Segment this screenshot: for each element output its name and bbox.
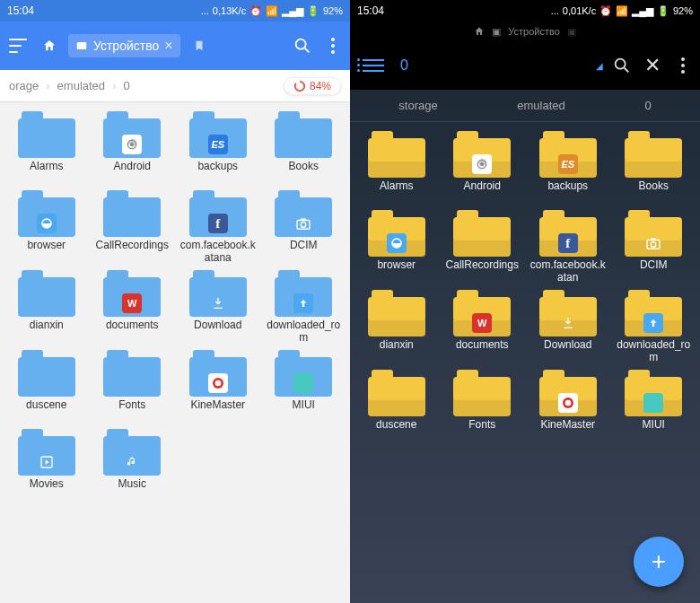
search-icon[interactable] xyxy=(291,34,314,57)
folder-item[interactable]: ESbackups xyxy=(177,111,259,185)
gear-icon xyxy=(122,135,142,154)
folder-label: browser xyxy=(377,258,416,284)
svg-rect-9 xyxy=(301,218,306,221)
crumb-emulated[interactable]: emulated xyxy=(517,99,564,112)
folder-item[interactable]: fcom.facebook.katan xyxy=(527,210,609,284)
up-icon xyxy=(293,293,313,313)
folder-item[interactable]: downloaded_rom xyxy=(263,270,346,345)
list-view-icon[interactable] xyxy=(363,59,384,72)
folder-item[interactable]: Music xyxy=(92,429,174,502)
folder-item[interactable]: KineMaster xyxy=(177,350,259,424)
folder-item[interactable]: MIUI xyxy=(263,350,346,424)
svg-point-3 xyxy=(295,81,305,91)
folder-item[interactable]: dianxin xyxy=(5,270,88,345)
overflow-icon[interactable] xyxy=(671,54,695,77)
menu-icon[interactable] xyxy=(5,33,31,58)
folder-label: Download xyxy=(194,319,241,344)
folder-label: Android xyxy=(464,179,501,205)
tab-label: Устройство xyxy=(93,39,159,53)
crumb-emulated[interactable]: emulated xyxy=(57,79,105,92)
folder-item[interactable]: duscene xyxy=(355,370,438,443)
folder-item[interactable]: browser xyxy=(355,210,438,284)
status-bar: 15:04 ... 0,01K/c ⏰📶▂▄▆ 🔋 92% xyxy=(350,0,700,22)
miui-icon xyxy=(293,373,313,393)
folder-item[interactable]: dianxin xyxy=(355,290,438,364)
folder-label: Download xyxy=(544,338,591,363)
dropdown-icon[interactable]: ◢ xyxy=(596,61,603,71)
folder-label: DCIM xyxy=(640,258,668,284)
folder-item[interactable]: fcom.facebook.katana xyxy=(177,190,259,265)
folder-item[interactable]: Android xyxy=(92,111,174,185)
storage-indicator[interactable]: 84% xyxy=(284,77,341,95)
fb-icon: f xyxy=(558,233,578,253)
svg-line-2 xyxy=(305,48,310,53)
status-bar: 15:04 ... 0,13K/c ⏰📶▂▄▆ 🔋 92% xyxy=(0,0,350,22)
folder-item[interactable]: Wdocuments xyxy=(92,270,174,345)
overflow-icon[interactable] xyxy=(321,34,345,57)
folder-item[interactable]: KineMaster xyxy=(527,370,609,443)
toolbar: 0 ◢ ✕ xyxy=(350,41,700,90)
folder-label: KineMaster xyxy=(540,418,595,443)
folder-item[interactable]: Wdocuments xyxy=(442,290,524,364)
folder-item[interactable]: Download xyxy=(177,270,259,345)
es-icon: ES xyxy=(558,154,578,174)
km-icon xyxy=(208,373,228,393)
search-icon[interactable] xyxy=(610,54,634,77)
svg-rect-13 xyxy=(300,379,308,387)
folder-item[interactable]: Books xyxy=(263,111,346,185)
svg-rect-22 xyxy=(651,238,656,240)
folder-label: Fonts xyxy=(468,418,495,443)
folder-item[interactable]: Alarms xyxy=(5,111,88,185)
folder-grid: AlarmsAndroidESbackupsBooksbrowserCallRe… xyxy=(0,102,350,603)
folder-label: browser xyxy=(27,239,66,264)
folder-item[interactable]: DCIM xyxy=(613,210,696,284)
folder-item[interactable]: Movies xyxy=(5,429,88,502)
tab-device[interactable]: Устройство × xyxy=(68,34,180,57)
folder-item[interactable]: CallRecordings xyxy=(92,190,174,265)
dl-icon xyxy=(208,293,228,313)
folder-item[interactable]: duscene xyxy=(5,350,88,424)
crumb-storage[interactable]: orage xyxy=(9,79,39,92)
folder-label: Alarms xyxy=(30,160,63,185)
leaf-icon xyxy=(387,233,407,253)
close-icon[interactable]: × xyxy=(164,38,172,54)
folder-item[interactable]: downloaded_rom xyxy=(613,290,696,364)
folder-item[interactable]: Alarms xyxy=(355,131,438,205)
home-icon[interactable] xyxy=(38,34,61,57)
close-icon[interactable]: ✕ xyxy=(641,54,664,77)
folder-item[interactable]: Download xyxy=(527,290,609,364)
folder-item[interactable]: ESbackups xyxy=(527,131,609,205)
wps-icon: W xyxy=(122,293,142,313)
crumb-0[interactable]: 0 xyxy=(123,79,129,92)
fab-add[interactable]: + xyxy=(634,537,684,587)
folder-label: backups xyxy=(547,179,588,205)
folder-label: CallRecordings xyxy=(96,239,169,264)
svg-rect-0 xyxy=(77,42,87,49)
folder-item[interactable]: Fonts xyxy=(92,350,174,424)
folder-label: Fonts xyxy=(118,398,145,424)
folder-item[interactable]: MIUI xyxy=(613,370,696,443)
folder-label: Android xyxy=(114,160,151,185)
folder-label: MIUI xyxy=(293,398,315,424)
crumb-0[interactable]: 0 xyxy=(644,99,651,112)
folder-label: Books xyxy=(639,179,669,205)
miui-icon xyxy=(643,393,663,413)
gear-icon xyxy=(472,154,492,174)
cam-icon xyxy=(643,233,663,253)
svg-point-8 xyxy=(301,223,306,228)
folder-label: dianxin xyxy=(380,338,414,363)
folder-item[interactable]: Books xyxy=(613,131,696,205)
breadcrumb: storage emulated 0 xyxy=(350,90,700,122)
folder-item[interactable]: browser xyxy=(5,190,88,265)
folder-label: Alarms xyxy=(380,179,413,205)
bookmark-icon[interactable] xyxy=(188,34,211,57)
folder-item[interactable]: CallRecordings xyxy=(442,210,524,284)
folder-item[interactable]: Android xyxy=(442,131,524,205)
folder-item[interactable]: DCIM xyxy=(263,190,346,265)
breadcrumb: orage › emulated › 0 84% xyxy=(0,70,350,102)
folder-item[interactable]: Fonts xyxy=(442,370,524,443)
folder-label: Music xyxy=(118,477,146,502)
crumb-storage[interactable]: storage xyxy=(398,99,437,112)
folder-label: documents xyxy=(456,338,509,363)
folder-label: backups xyxy=(197,160,238,185)
